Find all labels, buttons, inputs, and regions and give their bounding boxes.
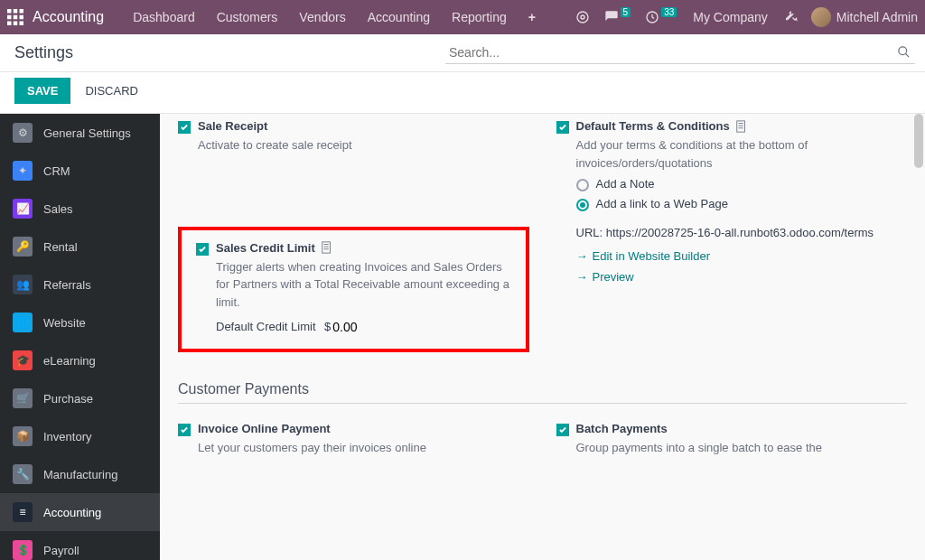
breadcrumb-bar: Settings <box>0 34 925 72</box>
app-name[interactable]: Accounting <box>33 9 104 25</box>
sidebar-icon: ⚙ <box>13 123 33 143</box>
sidebar-label: Referrals <box>43 278 91 292</box>
terms-opt-note[interactable]: Add a Note <box>576 177 908 191</box>
svg-point-12 <box>899 46 907 54</box>
credit-limit-input[interactable] <box>332 320 387 334</box>
sale-receipt-checkbox[interactable] <box>178 121 191 134</box>
credit-limit-desc: Trigger alerts when creating Invoices an… <box>216 258 511 312</box>
messages-badge: 5 <box>621 7 631 17</box>
edit-website-builder-link[interactable]: →Edit in Website Builder <box>576 249 908 263</box>
nav-vendors[interactable]: Vendors <box>299 10 345 24</box>
batch-payments-checkbox[interactable] <box>556 424 569 436</box>
setting-batch-payments: Batch Payments Group payments into a sin… <box>556 416 908 475</box>
nav-customers[interactable]: Customers <box>217 10 278 24</box>
sidebar-item-referrals[interactable]: 👥Referrals <box>0 266 160 303</box>
sidebar-item-rental[interactable]: 🔑Rental <box>0 228 160 266</box>
default-terms-checkbox[interactable] <box>556 121 569 134</box>
activities-badge: 33 <box>661 7 677 17</box>
sidebar-item-payroll[interactable]: 💲Payroll <box>0 531 160 560</box>
svg-point-9 <box>577 12 588 23</box>
sidebar-label: Website <box>43 316 86 330</box>
svg-rect-6 <box>7 22 12 26</box>
page-title: Settings <box>14 43 73 62</box>
avatar <box>811 7 831 27</box>
sidebar-item-website[interactable]: 🌐Website <box>0 303 160 341</box>
sidebar-icon: 🛒 <box>13 388 33 408</box>
search-input[interactable] <box>445 42 915 64</box>
radio-icon <box>576 199 589 211</box>
sidebar-item-general-settings[interactable]: ⚙General Settings <box>0 114 160 152</box>
apps-grid-icon[interactable] <box>7 9 23 25</box>
messages-icon[interactable]: 5 <box>604 10 631 24</box>
svg-point-10 <box>581 15 584 19</box>
company-selector[interactable]: My Company <box>693 10 767 24</box>
sale-receipt-desc: Activate to create sale receipt <box>198 136 529 154</box>
settings-content: Sale Receipt Activate to create sale rec… <box>160 114 925 560</box>
sidebar-item-elearning[interactable]: 🎓eLearning <box>0 341 160 379</box>
sidebar-label: Accounting <box>43 506 101 519</box>
nav-reporting[interactable]: Reporting <box>452 10 507 24</box>
url-value: https://20028725-16-0-all.runbot63.odoo.… <box>606 226 874 239</box>
sidebar-icon: ✦ <box>13 161 33 181</box>
sidebar-item-manufacturing[interactable]: 🔧Manufacturing <box>0 455 160 493</box>
invoice-online-desc: Let your customers pay their invoices on… <box>198 439 529 457</box>
sidebar-item-sales[interactable]: 📈Sales <box>0 190 160 228</box>
svg-rect-5 <box>20 15 24 20</box>
settings-sidebar: ⚙General Settings✦CRM📈Sales🔑Rental👥Refer… <box>0 114 160 560</box>
svg-rect-3 <box>7 15 12 20</box>
nav-dashboard[interactable]: Dashboard <box>133 10 195 24</box>
sidebar-item-purchase[interactable]: 🛒Purchase <box>0 379 160 417</box>
sidebar-item-inventory[interactable]: 📦Inventory <box>0 417 160 455</box>
default-terms-desc: Add your terms & conditions at the botto… <box>576 136 908 172</box>
user-menu[interactable]: Mitchell Admin <box>811 7 918 27</box>
search-icon[interactable] <box>897 45 911 61</box>
svg-rect-14 <box>736 120 744 131</box>
sidebar-icon: 🎓 <box>13 350 33 370</box>
action-bar: SAVE DISCARD <box>0 72 925 114</box>
content-scrollbar[interactable] <box>912 114 925 560</box>
svg-rect-8 <box>20 22 24 26</box>
sale-receipt-title: Sale Receipt <box>198 119 267 133</box>
default-terms-title: Default Terms & Conditions <box>576 119 730 133</box>
svg-rect-4 <box>14 15 18 20</box>
save-button[interactable]: SAVE <box>14 78 70 104</box>
preview-link[interactable]: →Preview <box>576 270 908 284</box>
currency-symbol: $ <box>324 320 331 333</box>
nav-accounting[interactable]: Accounting <box>368 10 430 24</box>
invoice-online-checkbox[interactable] <box>178 424 191 436</box>
sidebar-label: Rental <box>43 240 78 254</box>
section-customer-payments: Customer Payments <box>178 376 907 404</box>
svg-rect-1 <box>14 9 18 14</box>
setting-sale-receipt: Sale Receipt Activate to create sale rec… <box>178 114 529 173</box>
doc-icon[interactable] <box>321 241 333 254</box>
user-name: Mitchell Admin <box>836 10 918 24</box>
sidebar-label: General Settings <box>43 126 131 140</box>
sidebar-label: Manufacturing <box>43 468 117 481</box>
svg-rect-7 <box>14 22 18 26</box>
svg-rect-13 <box>322 242 331 253</box>
top-nav: Accounting Dashboard Customers Vendors A… <box>0 0 925 34</box>
sidebar-label: Sales <box>43 202 73 216</box>
invoice-online-title: Invoice Online Payment <box>198 422 331 435</box>
sidebar-label: Inventory <box>43 430 91 443</box>
sidebar-item-accounting[interactable]: ≡Accounting <box>0 493 160 531</box>
sidebar-label: Payroll <box>43 544 79 557</box>
activities-icon[interactable]: 33 <box>645 10 677 24</box>
url-label: URL: <box>576 226 603 239</box>
credit-limit-checkbox[interactable] <box>196 243 209 256</box>
terms-opt-link[interactable]: Add a link to a Web Page <box>576 197 908 211</box>
discard-button[interactable]: DISCARD <box>85 84 138 98</box>
sidebar-label: CRM <box>43 164 70 178</box>
radio-icon <box>576 179 589 191</box>
support-icon[interactable] <box>575 10 590 24</box>
sidebar-item-crm[interactable]: ✦CRM <box>0 152 160 190</box>
debug-icon[interactable] <box>784 10 799 24</box>
doc-icon[interactable] <box>735 120 748 133</box>
nav-add-icon[interactable]: + <box>528 10 536 24</box>
highlighted-credit-limit: Sales Credit Limit Trigger alerts when c… <box>178 227 529 353</box>
setting-invoice-online: Invoice Online Payment Let your customer… <box>178 416 529 475</box>
svg-rect-0 <box>7 9 12 14</box>
sidebar-icon: 👥 <box>13 275 33 294</box>
sidebar-label: eLearning <box>43 354 96 368</box>
credit-limit-title: Sales Credit Limit <box>216 241 315 255</box>
